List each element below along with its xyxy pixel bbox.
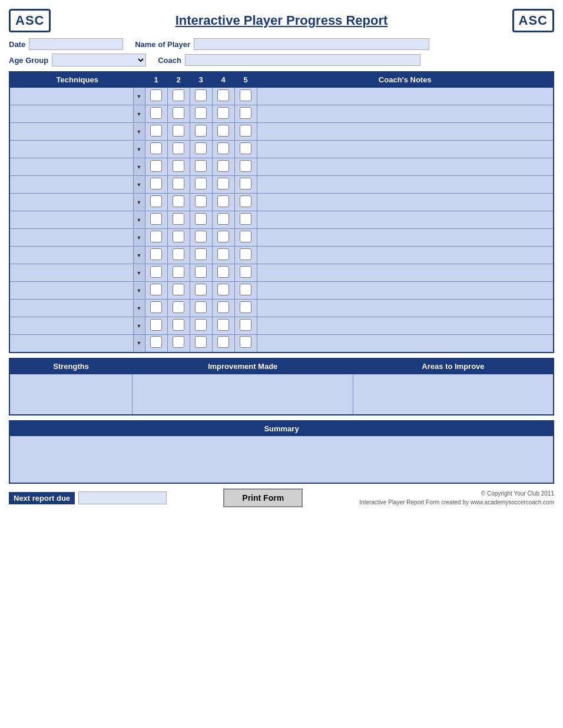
coach-input[interactable] (185, 54, 420, 66)
technique-select[interactable] (10, 265, 133, 281)
rating-2-cell[interactable] (167, 141, 190, 158)
next-report-input[interactable] (78, 491, 167, 504)
strengths-cell[interactable] (9, 374, 133, 415)
notes-cell[interactable] (257, 88, 554, 105)
rating-4-cell[interactable] (212, 264, 234, 282)
rating-2-cell[interactable] (167, 123, 190, 141)
rating-2-cell[interactable] (167, 88, 190, 105)
rating-2-cell[interactable] (167, 176, 190, 194)
notes-cell[interactable] (257, 194, 554, 211)
rating-5-cell[interactable] (234, 300, 257, 317)
rating-1-cell[interactable] (145, 211, 167, 229)
rating-2-cell[interactable] (167, 247, 190, 264)
rating-2-cell[interactable] (167, 282, 190, 300)
rating-5-cell[interactable] (234, 176, 257, 194)
rating-2-checkbox[interactable] (173, 248, 184, 260)
technique-cell[interactable]: ▼ (9, 229, 145, 247)
rating-1-cell[interactable] (145, 229, 167, 247)
technique-cell[interactable]: ▼ (9, 247, 145, 264)
rating-5-cell[interactable] (234, 211, 257, 229)
rating-4-checkbox[interactable] (217, 195, 229, 207)
rating-1-checkbox[interactable] (150, 231, 162, 242)
notes-cell[interactable] (257, 176, 554, 194)
rating-5-cell[interactable] (234, 264, 257, 282)
rating-2-cell[interactable] (167, 229, 190, 247)
rating-4-checkbox[interactable] (217, 213, 229, 225)
rating-3-checkbox[interactable] (195, 89, 207, 101)
notes-cell[interactable] (257, 211, 554, 229)
technique-cell[interactable]: ▼ (9, 211, 145, 229)
rating-1-checkbox[interactable] (150, 160, 162, 172)
rating-5-checkbox[interactable] (240, 142, 251, 154)
notes-cell[interactable] (257, 229, 554, 247)
rating-4-cell[interactable] (212, 317, 234, 335)
rating-4-checkbox[interactable] (217, 248, 229, 260)
rating-3-checkbox[interactable] (195, 213, 207, 225)
rating-4-cell[interactable] (212, 211, 234, 229)
rating-4-cell[interactable] (212, 300, 234, 317)
rating-4-checkbox[interactable] (217, 125, 229, 137)
rating-2-cell[interactable] (167, 194, 190, 211)
rating-2-checkbox[interactable] (173, 284, 184, 295)
technique-cell[interactable]: ▼ (9, 176, 145, 194)
rating-1-cell[interactable] (145, 141, 167, 158)
rating-5-checkbox[interactable] (240, 319, 251, 331)
rating-2-checkbox[interactable] (173, 142, 184, 154)
technique-cell[interactable]: ▼ (9, 264, 145, 282)
technique-cell[interactable]: ▼ (9, 335, 145, 353)
rating-4-cell[interactable] (212, 247, 234, 264)
rating-5-cell[interactable] (234, 194, 257, 211)
rating-1-checkbox[interactable] (150, 248, 162, 260)
player-name-input[interactable] (194, 38, 429, 50)
technique-cell[interactable]: ▼ (9, 88, 145, 105)
technique-select[interactable] (10, 88, 133, 105)
rating-1-cell[interactable] (145, 176, 167, 194)
rating-5-checkbox[interactable] (240, 89, 251, 101)
rating-1-checkbox[interactable] (150, 125, 162, 137)
rating-5-cell[interactable] (234, 88, 257, 105)
rating-4-cell[interactable] (212, 141, 234, 158)
rating-4-cell[interactable] (212, 105, 234, 123)
age-group-select[interactable]: U6 U7 U8 U9 U10 U11 U12 U13 U14 U15 U16 … (52, 54, 146, 67)
rating-1-cell[interactable] (145, 194, 167, 211)
rating-5-checkbox[interactable] (240, 301, 251, 313)
technique-cell[interactable]: ▼ (9, 141, 145, 158)
rating-2-checkbox[interactable] (173, 195, 184, 207)
notes-cell[interactable] (257, 335, 554, 353)
improvement-cell[interactable] (133, 374, 353, 415)
rating-4-cell[interactable] (212, 123, 234, 141)
rating-5-checkbox[interactable] (240, 160, 251, 172)
rating-1-cell[interactable] (145, 264, 167, 282)
rating-3-cell[interactable] (190, 141, 212, 158)
rating-1-cell[interactable] (145, 105, 167, 123)
notes-cell[interactable] (257, 300, 554, 317)
rating-5-cell[interactable] (234, 229, 257, 247)
rating-3-cell[interactable] (190, 211, 212, 229)
rating-2-checkbox[interactable] (173, 266, 184, 278)
rating-1-cell[interactable] (145, 300, 167, 317)
rating-5-cell[interactable] (234, 158, 257, 176)
rating-5-checkbox[interactable] (240, 107, 251, 119)
technique-cell[interactable]: ▼ (9, 123, 145, 141)
rating-5-checkbox[interactable] (240, 213, 251, 225)
rating-5-checkbox[interactable] (240, 266, 251, 278)
rating-3-checkbox[interactable] (195, 266, 207, 278)
rating-5-checkbox[interactable] (240, 178, 251, 190)
rating-3-cell[interactable] (190, 194, 212, 211)
rating-3-checkbox[interactable] (195, 160, 207, 172)
technique-cell[interactable]: ▼ (9, 300, 145, 317)
rating-4-checkbox[interactable] (217, 107, 229, 119)
rating-3-checkbox[interactable] (195, 107, 207, 119)
rating-3-cell[interactable] (190, 264, 212, 282)
technique-cell[interactable]: ▼ (9, 105, 145, 123)
rating-1-cell[interactable] (145, 335, 167, 353)
rating-2-checkbox[interactable] (173, 107, 184, 119)
rating-4-cell[interactable] (212, 88, 234, 105)
rating-1-checkbox[interactable] (150, 266, 162, 278)
rating-2-checkbox[interactable] (173, 178, 184, 190)
rating-3-checkbox[interactable] (195, 125, 207, 137)
rating-3-checkbox[interactable] (195, 142, 207, 154)
rating-4-cell[interactable] (212, 282, 234, 300)
rating-4-checkbox[interactable] (217, 142, 229, 154)
print-button[interactable]: Print Form (223, 488, 303, 507)
